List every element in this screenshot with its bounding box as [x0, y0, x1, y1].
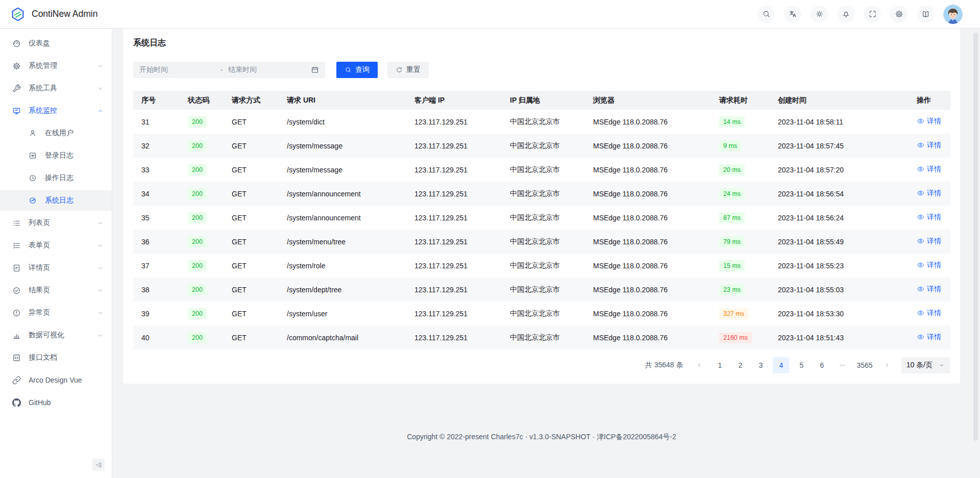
- date-range-picker[interactable]: 开始时间 - 结束时间: [133, 62, 325, 78]
- cell-created: 2023-11-04 18:57:20: [770, 158, 909, 182]
- detail-link[interactable]: 详情: [917, 309, 941, 318]
- elapsed-badge: 14 ms: [719, 116, 745, 128]
- sidebar-item-github[interactable]: GitHub: [0, 392, 112, 413]
- pagination-page-button[interactable]: 6: [814, 357, 830, 373]
- pagination-next-button[interactable]: [879, 357, 895, 373]
- cell-ip-region: 中国北京北京市: [502, 134, 585, 158]
- sidebar-item-api-docs[interactable]: 接口文档: [0, 347, 112, 368]
- eye-icon: [917, 165, 924, 173]
- table-row: 34200GET/system/announcement123.117.129.…: [133, 182, 950, 206]
- cell-uri: /system/dict: [279, 110, 406, 134]
- search-button[interactable]: 查询: [336, 62, 378, 78]
- sidebar-item-dashboard[interactable]: 仪表盘: [0, 33, 112, 54]
- sidebar-item-system-log[interactable]: 系统日志: [0, 190, 112, 211]
- sidebar-item-login-log[interactable]: 登录日志: [0, 145, 112, 166]
- column-header: 请求 URI: [279, 91, 406, 110]
- detail-link-label: 详情: [927, 117, 941, 126]
- eye-icon: [917, 189, 924, 197]
- cell-elapsed: 2160 ms: [711, 325, 770, 349]
- chevron-left-icon: [696, 362, 703, 369]
- detail-link-label: 详情: [927, 189, 941, 198]
- detail-link[interactable]: 详情: [917, 261, 941, 270]
- search-button[interactable]: [757, 6, 775, 23]
- cell-ip-region: 中国北京北京市: [502, 158, 585, 182]
- sidebar-item-system-tools[interactable]: 系统工具: [0, 78, 112, 98]
- theme-switch-button[interactable]: [811, 6, 828, 23]
- user-icon: [29, 129, 37, 137]
- fullscreen-button[interactable]: [864, 6, 881, 23]
- cell-created: 2023-11-04 18:55:49: [770, 230, 909, 254]
- cell-browser: MSEdge 118.0.2088.76: [585, 206, 711, 230]
- status-badge: 200: [188, 284, 207, 295]
- github-icon: [12, 398, 21, 407]
- docs-button[interactable]: [917, 6, 934, 23]
- notifications-button[interactable]: [837, 6, 854, 23]
- sidebar-item-exception-page[interactable]: 异常页: [0, 303, 112, 323]
- sidebar-item-detail-page[interactable]: 详情页: [0, 258, 112, 278]
- chevron-down-icon: [97, 63, 104, 69]
- sidebar-item-arco-design-vue[interactable]: Arco Design Vue: [0, 370, 112, 390]
- sidebar-item-online-users[interactable]: 在线用户: [0, 123, 112, 143]
- sidebar-item-label: 表单页: [29, 241, 50, 250]
- elapsed-badge: 9 ms: [719, 140, 741, 152]
- detail-link[interactable]: 详情: [917, 237, 941, 246]
- detail-link[interactable]: 详情: [917, 165, 941, 174]
- chevron-down-icon: [97, 287, 104, 294]
- cell-status: 200: [180, 134, 224, 158]
- cell-created: 2023-11-04 18:58:11: [770, 110, 909, 134]
- list-icon: [12, 219, 21, 228]
- settings-button[interactable]: [890, 6, 908, 23]
- cell-browser: MSEdge 118.0.2088.76: [585, 134, 711, 158]
- cell-method: GET: [224, 278, 279, 301]
- pagination-page-button[interactable]: 2: [732, 357, 748, 373]
- cell-elapsed: 9 ms: [711, 134, 770, 158]
- page-size-value: 10 条/页: [906, 361, 933, 370]
- api-doc-icon: [12, 354, 21, 362]
- sidebar-item-system-monitor[interactable]: 系统监控: [0, 100, 112, 121]
- cell-action: 详情: [909, 134, 950, 158]
- cell-uri: /system/message: [279, 134, 406, 158]
- sidebar-item-system-management[interactable]: 系统管理: [0, 56, 112, 76]
- detail-link[interactable]: 详情: [917, 117, 941, 126]
- sidebar-item-data-visualization[interactable]: 数据可视化: [0, 325, 112, 345]
- pagination-page-button[interactable]: 3565: [854, 357, 874, 373]
- pagination-prev-button[interactable]: [691, 357, 707, 373]
- sidebar-item-list-page[interactable]: 列表页: [0, 213, 112, 233]
- detail-link[interactable]: 详情: [917, 333, 941, 342]
- page-size-select[interactable]: 10 条/页: [901, 357, 950, 373]
- cell-status: 200: [180, 325, 224, 349]
- column-header: 操作: [909, 91, 950, 110]
- scrollbar-thumb[interactable]: [973, 33, 978, 441]
- cell-status: 200: [180, 206, 224, 230]
- sidebar-collapse-button[interactable]: [92, 459, 105, 471]
- sidebar-item-operation-log[interactable]: 操作日志: [0, 168, 112, 188]
- pagination-page-button[interactable]: 4: [773, 357, 789, 373]
- cell-method: GET: [224, 230, 279, 254]
- login-log-icon: [29, 152, 37, 160]
- reset-button[interactable]: 重置: [387, 62, 429, 78]
- cell-elapsed: 23 ms: [711, 278, 770, 301]
- pagination-page-button[interactable]: 5: [793, 357, 810, 373]
- cell-browser: MSEdge 118.0.2088.76: [585, 110, 711, 134]
- sidebar-item-result-page[interactable]: 结果页: [0, 280, 112, 300]
- sidebar-item-form-page[interactable]: 表单页: [0, 235, 112, 256]
- pagination-page-button[interactable]: 3: [752, 357, 769, 373]
- cell-action: 详情: [909, 325, 950, 349]
- detail-link[interactable]: 详情: [917, 285, 941, 294]
- cell-uri: /system/announcement: [279, 206, 406, 230]
- detail-link[interactable]: 详情: [917, 141, 941, 150]
- cell-client-ip: 123.117.129.251: [406, 254, 502, 278]
- detail-link[interactable]: 详情: [917, 189, 941, 198]
- status-badge: 200: [188, 188, 207, 199]
- locale-switch-button[interactable]: [784, 6, 801, 23]
- sidebar-item-label: 接口文档: [29, 353, 57, 362]
- pagination-ellipsis[interactable]: [834, 357, 850, 373]
- elapsed-badge: 24 ms: [719, 188, 745, 199]
- pagination-page-button[interactable]: 1: [712, 357, 728, 373]
- status-badge: 200: [188, 260, 207, 271]
- log-card: 系统日志 开始时间 - 结束时间 查询 重置 序号状态码请求方式请求 URI客户…: [123, 27, 960, 384]
- user-avatar[interactable]: [943, 5, 963, 24]
- detail-link[interactable]: 详情: [917, 213, 941, 222]
- cell-status: 200: [180, 254, 224, 278]
- cell-action: 详情: [909, 278, 950, 301]
